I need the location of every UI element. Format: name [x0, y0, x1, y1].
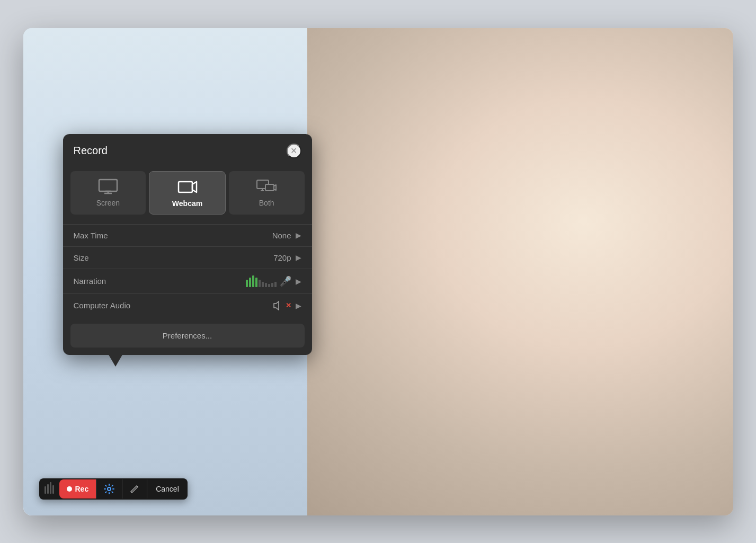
meter-bar-6: [262, 282, 264, 287]
settings-section: Max Time None ▶ Size 720p ▶ Narration: [63, 222, 312, 319]
tb-bar-3: [50, 482, 51, 494]
screen-label: Screen: [96, 199, 120, 207]
close-button[interactable]: ×: [287, 144, 301, 158]
rec-button[interactable]: Rec: [59, 479, 96, 499]
svg-rect-4: [179, 182, 192, 192]
max-time-arrow[interactable]: ▶: [296, 231, 301, 239]
screen-icon: [98, 179, 118, 194]
pencil-icon: [130, 484, 139, 494]
max-time-label: Max Time: [74, 231, 272, 240]
meter-bar-1: [246, 280, 248, 287]
toolbar-audio-bars: [39, 479, 59, 499]
settings-button[interactable]: [96, 478, 122, 500]
svg-marker-11: [274, 185, 276, 190]
preferences-button[interactable]: Preferences...: [70, 324, 305, 348]
meter-bar-8: [268, 284, 270, 287]
mic-icon: 🎤: [280, 275, 291, 287]
bottom-toolbar: Rec Cancel: [39, 478, 188, 500]
size-value: 720p: [273, 253, 291, 262]
svg-marker-5: [192, 182, 197, 192]
computer-audio-label: Computer Audio: [74, 301, 273, 310]
size-arrow[interactable]: ▶: [296, 253, 301, 262]
mode-both-button[interactable]: Both: [229, 171, 305, 215]
both-label: Both: [259, 199, 274, 207]
max-time-value: None: [272, 231, 291, 240]
narration-arrow[interactable]: ▶: [296, 277, 301, 286]
meter-bar-9: [271, 283, 273, 287]
narration-row: Narration 🎤 ▶: [63, 269, 312, 293]
computer-audio-arrow[interactable]: ▶: [296, 301, 301, 310]
webcam-label: Webcam: [172, 199, 202, 208]
mode-buttons-group: Screen Webcam Both: [63, 166, 312, 222]
meter-bar-2: [249, 278, 251, 287]
rec-label: Rec: [75, 485, 89, 493]
narration-meter: [246, 275, 277, 287]
svg-rect-0: [99, 180, 117, 191]
tb-bar-2: [47, 484, 49, 494]
app-window: Record × Screen Webcam: [23, 28, 733, 515]
dialog-arrow: [108, 354, 123, 367]
size-row: Size 720p ▶: [63, 246, 312, 269]
svg-point-13: [108, 487, 111, 491]
meter-bar-10: [274, 282, 277, 287]
both-icon: [256, 179, 277, 194]
meter-bar-5: [259, 280, 261, 287]
max-time-row: Max Time None ▶: [63, 224, 312, 246]
meter-bar-7: [265, 283, 267, 287]
mode-webcam-button[interactable]: Webcam: [149, 171, 226, 215]
tb-bar-1: [45, 486, 46, 494]
dialog-title: Record: [74, 145, 108, 157]
dialog-header: Record ×: [63, 134, 312, 166]
record-dialog: Record × Screen Webcam: [63, 134, 312, 355]
meter-bar-4: [255, 278, 257, 287]
muted-x-icon: ✕: [286, 301, 291, 309]
edit-button[interactable]: [122, 479, 147, 499]
speaker-svg: [273, 300, 284, 311]
meter-bar-3: [252, 275, 254, 287]
speaker-icon: ✕: [273, 300, 291, 311]
webcam-icon: [177, 179, 198, 195]
svg-rect-10: [265, 184, 274, 191]
size-label: Size: [74, 253, 274, 262]
svg-marker-12: [274, 301, 279, 310]
rec-dot: [67, 486, 72, 492]
narration-label: Narration: [74, 277, 246, 286]
computer-audio-row: Computer Audio ✕ ▶: [63, 293, 312, 317]
cancel-button[interactable]: Cancel: [147, 479, 188, 499]
mode-screen-button[interactable]: Screen: [70, 171, 146, 215]
gear-icon: [104, 484, 114, 494]
tb-bar-4: [52, 485, 54, 494]
